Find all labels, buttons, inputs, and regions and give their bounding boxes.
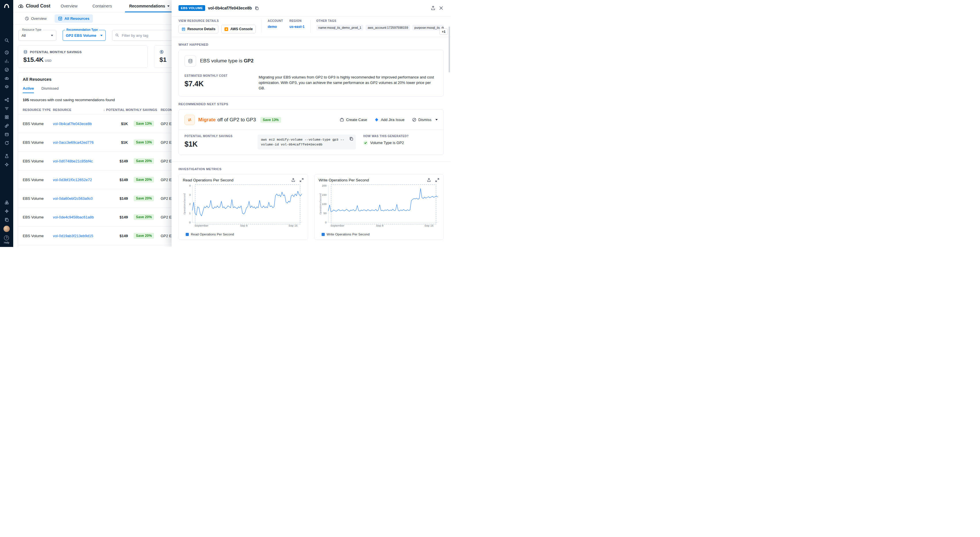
svg-text:September: September	[194, 224, 208, 227]
cloud-cost-icon	[18, 3, 24, 9]
aws-icon: a	[224, 27, 228, 31]
potential-savings-card: POTENTIAL MONTHLY SAVINGS $15.4KUSD	[18, 45, 148, 68]
tab-dismissed[interactable]: Dismissed	[41, 86, 59, 93]
pipelines-icon[interactable]	[4, 115, 9, 120]
packages-icon[interactable]	[4, 132, 9, 137]
nav-recommendations[interactable]: Recommendations	[125, 0, 173, 12]
expand-icon[interactable]	[435, 178, 439, 182]
drawer-body: WHAT HAPPENED EBS volume type is GP2 EST…	[172, 37, 451, 247]
filter-list-icon[interactable]	[4, 106, 9, 111]
verify-icon[interactable]	[4, 67, 9, 72]
chevron-down-icon	[167, 5, 170, 7]
resource-details-button[interactable]: Resource Details	[178, 25, 218, 33]
account-link[interactable]: demo	[267, 25, 283, 29]
sort-desc-icon: ↓	[103, 108, 105, 112]
explore-icon[interactable]	[4, 76, 9, 81]
grid-icon	[58, 16, 62, 21]
search-icon[interactable]	[4, 38, 9, 43]
close-icon[interactable]	[439, 5, 444, 11]
recommendation-type-select[interactable]: Recommendation Type GP2 EBS Volume	[63, 30, 106, 41]
user-avatar[interactable]	[3, 226, 10, 232]
tag-chips: name:mssql_iis_demo_prod_1aws_account:17…	[317, 25, 444, 30]
search-icon	[115, 33, 119, 37]
case-icon	[340, 118, 344, 122]
copy-icon[interactable]	[349, 137, 353, 141]
more-tags-chip[interactable]: +1	[439, 29, 448, 35]
dismiss-button[interactable]: Dismiss	[412, 118, 438, 122]
svg-text:Operations/second: Operations/second	[319, 193, 321, 215]
help-icon: ?	[4, 236, 9, 240]
left-nav-rail: ? Help	[0, 0, 13, 247]
svg-text:0: 0	[189, 221, 191, 224]
experiments-icon[interactable]	[4, 153, 9, 158]
legend-write-ops[interactable]: Write Operations Per Second	[321, 233, 440, 236]
svg-text:Sep 15: Sep 15	[288, 224, 298, 227]
resource-link[interactable]: vol-0d19ab3f213eb9d15	[53, 234, 93, 238]
jira-icon	[374, 118, 379, 122]
expand-icon[interactable]	[299, 178, 304, 182]
nav-overview[interactable]: Overview	[59, 0, 79, 12]
builds-icon[interactable]	[4, 200, 9, 205]
tab-overview[interactable]: Overview	[25, 16, 46, 21]
connectors-icon[interactable]	[4, 123, 9, 128]
savings-badge: Save 20%	[134, 158, 154, 164]
sync-icon[interactable]	[4, 140, 9, 145]
history-icon[interactable]	[4, 50, 9, 55]
what-happened-card: EBS volume type is GP2 ESTIMATED MONTHLY…	[178, 50, 444, 97]
legend-swatch	[321, 233, 325, 236]
svg-text:Sep 15: Sep 15	[425, 224, 434, 227]
tab-active[interactable]: Active	[23, 86, 34, 93]
module-brand[interactable]: Cloud Cost	[18, 3, 50, 9]
export-icon[interactable]	[291, 178, 296, 182]
resource-link[interactable]: vol-0b4caf7fe043ece8b	[53, 122, 92, 126]
drawer-scrollbar[interactable]	[449, 26, 450, 72]
potential-monthly-savings: $1K	[185, 140, 250, 148]
spend-icon	[159, 50, 164, 54]
create-case-button[interactable]: Create Case	[340, 118, 367, 122]
how-generated-group: HOW WAS THIS GENERATED? Volume Type is G…	[363, 135, 409, 145]
resource-link[interactable]: vol-0de4c9458bac61a8b	[53, 215, 94, 219]
resource-id: vol-0b4caf7fe043ece8b	[208, 6, 252, 10]
add-jira-button[interactable]: Add Jira Issue	[374, 118, 404, 122]
read-ops-chart: 01234SeptemberSep 8Sep 15Operations/seco…	[183, 183, 304, 231]
savings-badge: Save 20%	[134, 233, 154, 239]
drawer-meta-row: VIEW RESOURCE DETAILS Resource Details a…	[172, 16, 451, 37]
docs-icon[interactable]	[4, 217, 9, 222]
settings-icon[interactable]	[4, 162, 9, 167]
copilot-icon[interactable]	[4, 209, 9, 214]
resource-type-badge: EBS VOLUME	[178, 5, 205, 11]
region-link[interactable]: us-east-1	[290, 25, 305, 29]
resource-link[interactable]: vol-0d0748be21c85bf4c	[53, 159, 93, 163]
pie-chart-icon	[25, 16, 29, 21]
resource-link[interactable]: vol-0da60ebf2c563a9c0	[53, 196, 93, 201]
share-icon[interactable]	[431, 5, 436, 11]
recommendation-description: Migrating your EBS volumes from GP2 to G…	[259, 74, 438, 91]
tag-chip: name:mssql_iis_demo_prod_1	[317, 25, 364, 30]
dashboards-icon[interactable]	[4, 59, 9, 64]
tag-chip: purpose:mssql_iis_demo	[412, 25, 444, 30]
savings-badge: Save 13%	[134, 139, 154, 145]
aws-console-button[interactable]: a AWS Console	[221, 25, 256, 33]
savings-badge: Save 20%	[134, 196, 154, 201]
network-icon[interactable]	[4, 97, 9, 102]
sortable-savings-header[interactable]: ↓ POTENTIAL MONTHLY SAVINGS	[103, 108, 161, 112]
legend-read-ops[interactable]: Read Operations Per Second	[186, 233, 304, 236]
tab-all-resources[interactable]: All Resources	[55, 14, 93, 23]
layers-icon[interactable]	[4, 84, 9, 89]
help-button[interactable]: ? Help	[4, 236, 10, 244]
svg-text:3: 3	[189, 193, 191, 196]
export-icon[interactable]	[427, 178, 431, 182]
action-title: Migrateoff of GP2 to GP3	[198, 117, 256, 123]
copy-icon[interactable]	[255, 6, 259, 10]
resource-type-select[interactable]: Resource Type All	[18, 30, 56, 41]
svg-text:2: 2	[189, 202, 191, 206]
app-logo[interactable]	[3, 2, 10, 10]
nav-containers[interactable]: Containers	[91, 0, 114, 12]
details-icon	[181, 27, 185, 31]
savings-badge: Save 13%	[134, 121, 154, 126]
resource-link[interactable]: vol-0acc3e69ca42ed776	[53, 140, 94, 145]
account-region-group: ACCOUNT demo REGION us-east-1	[267, 19, 304, 33]
coins-icon	[23, 50, 28, 54]
chevron-down-icon	[100, 35, 103, 36]
resource-link[interactable]: vol-0d3bf1f0c12652e72	[53, 178, 92, 182]
